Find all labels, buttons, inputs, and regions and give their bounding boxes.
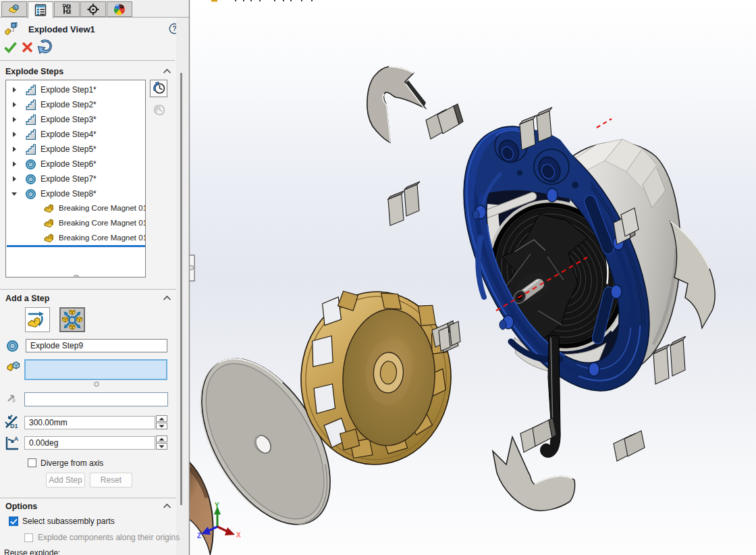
svg-text:Z: Z (197, 532, 201, 539)
svg-text:Y: Y (215, 502, 219, 509)
svg-text:A: A (14, 435, 18, 442)
svg-text:X: X (236, 531, 241, 539)
svg-text:D1: D1 (10, 423, 18, 429)
